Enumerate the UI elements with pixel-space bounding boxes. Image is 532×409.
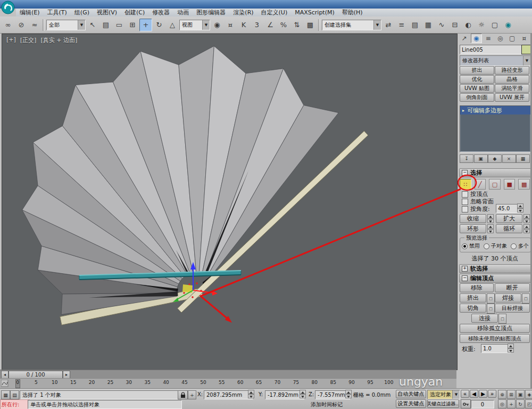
make-unique-icon[interactable]: ◆ — [488, 154, 502, 163]
window-crossing-icon[interactable]: ⊞ — [126, 19, 139, 31]
selection-lock-icon[interactable] — [178, 390, 188, 399]
move-gizmo[interactable] — [173, 262, 218, 302]
edit-named-selection-sets-icon[interactable]: ▩ — [304, 19, 317, 31]
menu-item[interactable]: 动画 — [173, 9, 193, 17]
stack-item-editable-poly[interactable]: ▸ 可编辑多边形 — [460, 106, 530, 114]
menu-item[interactable]: 组(G) — [71, 9, 93, 17]
time-slider-track[interactable]: ◂ 0 / 100 ▸ — [0, 370, 456, 379]
rollout-selection-header[interactable]: − 选择 — [459, 168, 532, 177]
break-button[interactable]: 断开 — [495, 283, 530, 292]
select-object-icon[interactable]: ↖ — [86, 19, 99, 31]
mini-listener-icon[interactable]: ▦ — [1, 390, 10, 399]
element-mode-icon[interactable]: ▩ — [518, 179, 530, 190]
tab-display[interactable]: ▢ — [506, 34, 518, 43]
macro-recorder-icon[interactable]: ▤ — [10, 390, 19, 399]
unlink-selection-icon[interactable]: ⊘ — [15, 19, 28, 31]
pan-icon[interactable]: + — [507, 399, 516, 408]
use-pivot-point-center-icon[interactable]: ◉ — [211, 19, 223, 31]
viewport-label[interactable]: [+] [正交] [真实 + 边面] — [6, 36, 77, 44]
grow-spinner[interactable] — [523, 214, 530, 223]
remove-button[interactable]: 移除 — [460, 283, 494, 292]
vertex-mode-icon[interactable]: ∷ — [460, 179, 471, 190]
grow-button[interactable]: 扩大 — [496, 214, 522, 223]
current-frame-field[interactable]: 0 — [471, 400, 494, 408]
x-spinner[interactable] — [248, 390, 254, 398]
remove-isolated-vertices-button[interactable]: 移除孤立顶点 — [460, 324, 530, 333]
zoom-extents-icon[interactable]: ▣ — [516, 390, 525, 399]
select-and-manipulate-icon[interactable]: ¤ — [224, 19, 237, 31]
modifier-preset-button[interactable]: UVW 贴图 — [460, 84, 494, 93]
named-selection-sets-combo[interactable]: 创建选择集 ▼ — [322, 20, 381, 30]
selection-filter-dropdown[interactable]: 全部 ▼ — [46, 20, 86, 30]
preview-selection-radio[interactable]: 禁用 — [462, 242, 480, 250]
weld-button[interactable]: 焊接 — [495, 293, 521, 302]
target-weld-button[interactable]: 目标焊接 — [495, 304, 530, 313]
extrude-settings-icon[interactable]: □ — [487, 293, 495, 304]
object-color-swatch[interactable] — [521, 45, 531, 54]
select-and-rotate-icon[interactable]: ↻ — [153, 19, 165, 31]
bind-to-space-warp-icon[interactable]: ≈ — [28, 19, 41, 31]
rollout-edit-vertices-header[interactable]: − 编辑顶点 — [459, 274, 532, 283]
zoom-extents-all-icon[interactable]: ◈ — [525, 390, 532, 399]
border-mode-icon[interactable]: ▢ — [489, 179, 501, 190]
menu-item[interactable]: 图形编辑器 — [193, 9, 229, 17]
object-name-field[interactable]: Line005 — [460, 45, 523, 54]
graphite-ribbon-icon[interactable]: ▦ — [422, 19, 435, 31]
by-vertex-checkbox[interactable]: 按顶点 — [462, 190, 488, 198]
y-coordinate-field[interactable]: -17.892mm — [265, 390, 304, 399]
tab-motion[interactable]: ◎ — [495, 34, 506, 43]
rectangular-selection-region-icon[interactable]: ▭ — [113, 19, 126, 31]
render-production-icon[interactable]: ◉ — [502, 19, 514, 31]
ring-spinner[interactable] — [487, 224, 494, 233]
connect-settings-icon[interactable]: □ — [498, 314, 506, 324]
time-slider-next-icon[interactable]: ▸ — [63, 371, 70, 379]
zoom-all-icon[interactable]: ⊞ — [507, 390, 516, 399]
connect-button[interactable]: 连接 — [471, 314, 498, 323]
menu-item[interactable]: 编辑(E) — [16, 9, 44, 17]
field-of-view-icon[interactable]: ◎ — [498, 399, 506, 408]
pin-stack-icon[interactable]: ↧ — [460, 154, 473, 163]
app-logo-icon[interactable] — [1, 1, 15, 15]
by-angle-spinner[interactable] — [517, 203, 523, 212]
go-to-start-button[interactable]: « — [461, 390, 469, 398]
edge-mode-icon[interactable]: ╱ — [475, 179, 486, 190]
chamfer-button[interactable]: 切角 — [460, 304, 486, 313]
curve-editor-icon[interactable]: ∿ — [435, 19, 448, 31]
modifier-preset-button[interactable]: 优化 — [460, 75, 494, 84]
zoom-icon[interactable]: ⊕ — [498, 390, 506, 399]
align-icon[interactable]: ≡ — [395, 19, 408, 31]
modifier-preset-button[interactable]: 路径变形 — [495, 66, 529, 75]
select-and-link-icon[interactable]: ∞ — [2, 19, 14, 31]
menu-item[interactable]: 视图(V) — [93, 9, 121, 17]
menu-item[interactable]: 创建(C) — [121, 9, 148, 17]
time-slider-handle[interactable]: 0 / 100 — [9, 371, 63, 379]
rollout-soft-selection-header[interactable]: + 软选择 — [459, 264, 532, 273]
tab-modify[interactable]: ◉ — [471, 34, 483, 43]
modifier-preset-button[interactable]: 涡轮平滑 — [495, 84, 529, 93]
configure-modifier-sets-icon[interactable]: ▦ — [516, 154, 530, 163]
menu-item[interactable]: 渲染(R) — [229, 9, 257, 17]
keyboard-shortcut-override-icon[interactable]: K — [237, 19, 250, 31]
layer-manager-icon[interactable]: ▤ — [409, 19, 421, 31]
shrink-spinner[interactable] — [487, 214, 494, 223]
maximize-viewport-icon[interactable]: ◰ — [525, 399, 532, 408]
select-by-name-icon[interactable]: ▤ — [99, 19, 112, 31]
set-key-button[interactable]: 设置关键点 — [396, 399, 426, 408]
viewport-shading-menu[interactable]: [真实 + 边面] — [40, 36, 77, 44]
rendered-frame-window-icon[interactable]: ▢ — [488, 19, 501, 31]
key-mode-dropdown[interactable]: 选定对象 ▼ — [427, 390, 460, 399]
modifier-list-dropdown[interactable]: 修改器列表 ▼ — [460, 55, 531, 66]
menu-item[interactable]: MAXScript(M) — [291, 9, 338, 16]
x-coordinate-field[interactable]: 2087.295mm — [204, 390, 253, 399]
weight-field[interactable]: 1.0 — [481, 344, 511, 353]
remove-unused-map-verts-button[interactable]: 移除未使用的贴图顶点 — [460, 334, 530, 343]
menu-item[interactable]: 工具(T) — [44, 9, 71, 17]
key-filters-button[interactable]: 关键点过滤器... — [427, 399, 459, 408]
preview-selection-radio[interactable]: 子对象 — [484, 242, 507, 250]
remove-modifier-icon[interactable]: × — [502, 154, 516, 163]
track-bar[interactable]: 0510152025303540455055606570758085909510… — [0, 378, 456, 389]
set-key-toggle-icon[interactable] — [461, 399, 471, 408]
weld-settings-icon[interactable]: □ — [522, 293, 530, 304]
absolute-offset-mode-icon[interactable]: + — [188, 390, 196, 399]
go-to-end-button[interactable]: » — [488, 390, 496, 398]
